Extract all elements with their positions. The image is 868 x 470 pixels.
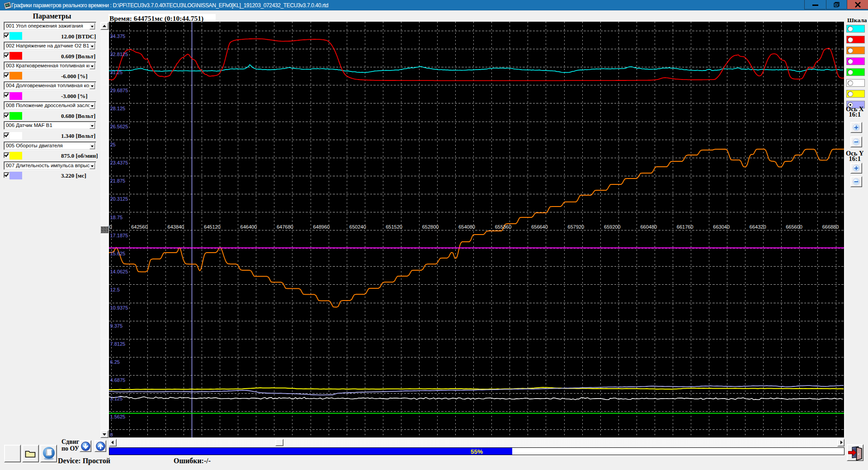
svg-text:20.3125: 20.3125 <box>110 196 128 202</box>
svg-text:23.4375: 23.4375 <box>110 160 128 165</box>
svg-text:29.6875: 29.6875 <box>110 88 128 93</box>
svg-text:21.875: 21.875 <box>110 178 126 183</box>
svg-text:15.625: 15.625 <box>110 251 126 256</box>
svg-text:3.125: 3.125 <box>110 396 123 401</box>
svg-text:0: 0 <box>110 432 113 437</box>
svg-text:654080: 654080 <box>458 224 475 230</box>
svg-text:1.5625: 1.5625 <box>110 414 126 419</box>
svg-text:18.75: 18.75 <box>110 215 123 220</box>
svg-text:31.25: 31.25 <box>110 70 123 75</box>
svg-text:32.8125: 32.8125 <box>110 52 128 57</box>
svg-text:665600: 665600 <box>786 224 802 230</box>
svg-text:657920: 657920 <box>568 224 585 230</box>
svg-text:656640: 656640 <box>531 224 548 230</box>
svg-text:14.0625: 14.0625 <box>110 269 128 274</box>
svg-text:25: 25 <box>110 142 116 147</box>
svg-text:659200: 659200 <box>604 224 621 230</box>
svg-text:0: 0 <box>109 224 112 230</box>
svg-text:26.5625: 26.5625 <box>110 124 128 129</box>
svg-text:663040: 663040 <box>713 224 730 230</box>
svg-text:645120: 645120 <box>204 224 221 230</box>
svg-text:7.8125: 7.8125 <box>110 341 126 347</box>
svg-text:655360: 655360 <box>495 224 512 230</box>
svg-text:646400: 646400 <box>241 224 257 230</box>
svg-text:34.375: 34.375 <box>110 33 126 39</box>
svg-text:28.125: 28.125 <box>110 106 126 111</box>
svg-text:660480: 660480 <box>640 224 657 230</box>
svg-text:664320: 664320 <box>750 224 766 230</box>
svg-text:651520: 651520 <box>386 224 402 230</box>
svg-text:643840: 643840 <box>168 224 184 230</box>
svg-text:12.5: 12.5 <box>110 287 120 292</box>
svg-text:650240: 650240 <box>349 224 366 230</box>
svg-text:648960: 648960 <box>313 224 330 230</box>
svg-text:647680: 647680 <box>277 224 293 230</box>
svg-text:9.375: 9.375 <box>110 323 123 329</box>
svg-text:666880: 666880 <box>822 224 839 230</box>
svg-text:661760: 661760 <box>677 224 693 230</box>
svg-text:10.9375: 10.9375 <box>110 305 128 310</box>
svg-text:652800: 652800 <box>422 224 439 230</box>
svg-text:6.25: 6.25 <box>110 359 120 365</box>
svg-text:642560: 642560 <box>131 224 148 230</box>
svg-text:17.1875: 17.1875 <box>110 233 128 238</box>
svg-text:4.6875: 4.6875 <box>110 377 126 383</box>
